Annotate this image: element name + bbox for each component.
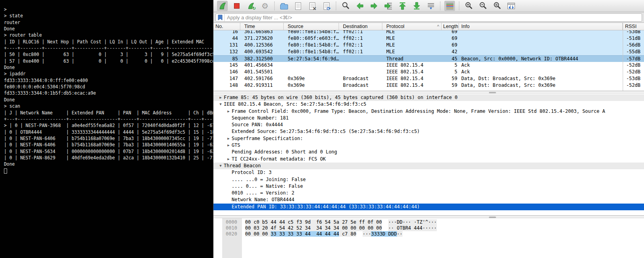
hex-ascii[interactable]: ·· OTBR4 444····· [388, 225, 437, 231]
cell-no: 147 [213, 75, 240, 82]
detail-row-ti-metadata[interactable]: ▶TI CC24xx-format metadata: FCS OK [213, 156, 644, 163]
filter-bookmark-icon[interactable] [216, 14, 225, 21]
detail-row-protocol-id[interactable]: Protocol ID: 3 [213, 169, 644, 176]
detail-row-native[interactable]: .... 0... = Native: False [213, 183, 644, 190]
reload-file-button[interactable]: ⟳ [321, 1, 332, 11]
column-header-time[interactable]: Time [240, 23, 284, 30]
packet-row[interactable]: 16 361.665863 fe80::f8e1:54b8:f… ff02::1… [213, 30, 644, 35]
detail-row-thread-beacon[interactable]: ▼Thread Beacon [213, 163, 644, 169]
detail-row-extended-pan-id-selected[interactable]: Extended PAN ID: 33:33:33:33:44:44:44:44… [213, 204, 644, 210]
detail-row-pending-addresses[interactable]: Pending Addresses: 0 Short and 0 Long [213, 149, 644, 155]
hex-row[interactable]: 0010 00 03 20 4f 54 42 52 34 34 34 34 00… [222, 225, 644, 231]
hex-bytes[interactable]: 00 00 00 33 33 33 33 44 44 44 44 c7 80 [245, 231, 356, 237]
column-header-source[interactable]: Source [284, 23, 339, 30]
cell-source [284, 69, 339, 75]
hex-row[interactable]: 0020 00 00 00 33 33 33 33 44 44 44 44 c7… [222, 231, 644, 237]
close-file-button[interactable]: ✕ [307, 1, 318, 11]
packet-row[interactable]: 131 400.125366 fe80::f8e1:54b8:f… ff02::… [213, 42, 644, 49]
detail-row-version[interactable]: 0010 .... = Version: 2 [213, 190, 644, 196]
cell-rssi: -52dB [623, 62, 644, 69]
stop-capture-button[interactable] [231, 1, 242, 11]
wireshark-fin-icon [218, 2, 227, 10]
hex-row[interactable]: 0000 00 c0 b5 44 44 c5 f3 9d f6 54 5a 27… [222, 219, 644, 225]
save-file-button[interactable] [293, 1, 303, 11]
packet-row[interactable]: 148 402.919311 0x369e Broadcast IEEE 802… [213, 82, 644, 89]
expander-icon[interactable]: ▼ [217, 101, 224, 108]
cell-no: 132 [213, 49, 240, 55]
zoom-out-button[interactable] [477, 1, 488, 11]
hex-bytes[interactable]: 00 c0 b5 44 44 c5 f3 9d f6 54 5a 27 5e f… [245, 219, 382, 225]
packet-row[interactable]: 147 402.591766 0x369e Broadcast IEEE 802… [213, 75, 644, 82]
horizontal-scrollbar-thumb[interactable] [489, 92, 496, 93]
auto-scroll-icon [427, 2, 435, 10]
cell-protocol: Thread [382, 56, 442, 62]
start-capture-button[interactable] [217, 1, 228, 11]
pane-splitter[interactable] [213, 91, 644, 93]
expander-icon[interactable]: ▶ [225, 108, 232, 115]
cell-time: 400.125366 [240, 42, 284, 49]
resize-columns-button[interactable] [506, 1, 517, 11]
column-header-rssi[interactable]: RSSI [623, 23, 644, 30]
hex-ascii[interactable]: ···3333D DDD·· [363, 231, 402, 237]
cell-no: 146 [213, 69, 240, 75]
detail-row-source-pan[interactable]: Source PAN: 0x4444 [213, 122, 644, 128]
zoom-original-button[interactable] [492, 1, 502, 11]
expander-icon[interactable]: ▶ [225, 156, 232, 163]
expander-icon [225, 122, 232, 128]
toolbar-separator [459, 2, 459, 10]
terminal-line: Done [4, 97, 213, 103]
go-forward-button[interactable] [369, 1, 379, 11]
packet-row[interactable]: 44 371.273620 fe80::605f:e603:f… ff02::1… [213, 35, 644, 42]
last-packet-button[interactable] [411, 1, 422, 11]
colorize-packets-button[interactable] [444, 1, 455, 11]
column-header-destination[interactable]: Destination [339, 23, 382, 30]
expander-icon[interactable]: ▼ [217, 163, 224, 169]
terminal-pane[interactable]: > > state router Done > router table | I… [0, 0, 213, 258]
go-back-button[interactable] [354, 1, 365, 11]
go-to-packet-button[interactable] [383, 1, 393, 11]
expander-icon [225, 196, 232, 203]
screen: > > state router Done > router table | I… [0, 0, 644, 258]
cell-protocol: MLE [382, 42, 442, 49]
column-header-no[interactable]: No. [213, 23, 240, 30]
column-header-info[interactable]: Info [459, 23, 623, 30]
cell-length: 5 [442, 62, 459, 69]
detail-row-frame-control[interactable]: ▶Frame Control Field: 0xc000, Frame Type… [213, 108, 644, 115]
expander-icon[interactable]: ▶ [225, 135, 232, 142]
hex-bytes[interactable]: 00 03 20 4f 54 42 52 34 34 34 34 00 00 0… [245, 225, 382, 231]
detail-row-superframe[interactable]: ▶Superframe Specification: [213, 135, 644, 142]
cell-rssi: -51dB [623, 35, 644, 42]
detail-row-ieee802154[interactable]: ▼IEEE 802.15.4 Beacon, Src: 5e:27:5a:54:… [213, 101, 644, 108]
cell-length: 42 [442, 49, 459, 55]
packet-list: No. Time Source Destination Protocol^ Le… [213, 23, 644, 91]
detail-row-frame[interactable]: ▶Frame 85: 45 bytes on wire (360 bits), … [213, 94, 644, 101]
cell-destination: ff02::1 [339, 30, 382, 33]
detail-row-gts[interactable]: ▶GTS [213, 142, 644, 149]
display-filter-field[interactable] [215, 13, 642, 22]
hex-ascii[interactable]: ···DD··· ·TZ'^··· [388, 219, 437, 225]
detail-row-sequence-number[interactable]: Sequence Number: 181 [213, 115, 644, 122]
zoom-in-button[interactable] [463, 1, 474, 11]
expander-icon[interactable]: ▶ [225, 142, 232, 149]
packet-row[interactable]: 145 401.456634 IEEE 802.15.4 5 Ack -52dB [213, 62, 644, 69]
find-packet-button[interactable] [340, 1, 351, 11]
detail-row-joining[interactable]: .... ...0 = Joining: False [213, 176, 644, 183]
column-header-protocol[interactable]: Protocol^ [382, 23, 442, 30]
pane-splitter[interactable] [213, 215, 644, 218]
packet-row[interactable]: 132 400.693542 fe80::f8e1:54b8:f… ff02::… [213, 49, 644, 55]
restart-capture-button[interactable]: ↻ [245, 1, 256, 11]
auto-scroll-button[interactable] [425, 1, 436, 11]
expander-icon[interactable]: ▶ [217, 94, 224, 101]
cell-time: 402.591766 [240, 75, 284, 82]
packet-row-selected[interactable]: 85 382.312500 5e:27:5a:54:f6:9d… Thread … [213, 55, 644, 62]
detail-row-extended-source[interactable]: Extended Source: 5e:27:5a:54:f6:9d:f3:c5… [213, 128, 644, 135]
display-filter-input[interactable] [225, 14, 642, 21]
detail-row-network-name[interactable]: Network Name: OTBR4444 [213, 196, 644, 203]
open-file-button[interactable] [279, 1, 289, 11]
column-header-length[interactable]: Length [442, 23, 459, 30]
cell-info: Ack [459, 62, 623, 69]
cell-no: 145 [213, 62, 240, 69]
first-packet-button[interactable] [397, 1, 408, 11]
capture-options-button[interactable]: ⚙ [260, 1, 270, 11]
packet-row[interactable]: 146 401.545501 IEEE 802.15.4 5 Ack -52dB [213, 69, 644, 75]
